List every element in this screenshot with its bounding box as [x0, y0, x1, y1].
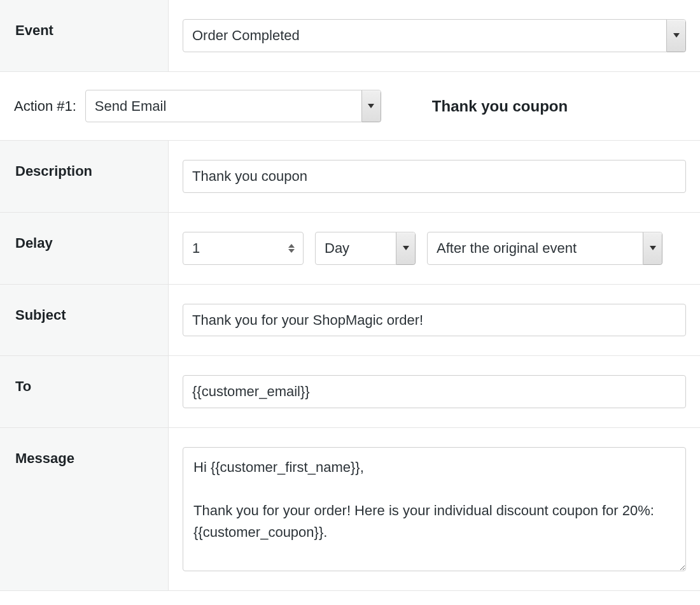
- message-row: Message: [0, 428, 700, 591]
- dropdown-caret-icon: [361, 90, 381, 122]
- description-row: Description: [0, 141, 700, 213]
- action-row: Action #1: Send Email Thank you coupon: [0, 72, 700, 141]
- automation-form: Event Order Completed Action #1: Send Em…: [0, 0, 700, 591]
- dropdown-caret-icon: [396, 232, 415, 264]
- to-row: To: [0, 356, 700, 428]
- message-control-cell: [169, 428, 700, 590]
- action-type-select[interactable]: Send Email: [85, 90, 381, 123]
- description-control-cell: [169, 141, 700, 212]
- delay-control-cell: 1 Day After the original event: [169, 213, 700, 284]
- description-input[interactable]: [183, 160, 686, 193]
- delay-row: Delay 1 Day After the original event: [0, 213, 700, 285]
- subject-control-cell: [169, 285, 700, 356]
- event-select-value: Order Completed: [183, 20, 666, 52]
- dropdown-caret-icon: [666, 20, 685, 52]
- delay-amount-input[interactable]: 1: [183, 232, 304, 265]
- to-label: To: [0, 356, 169, 427]
- event-control-cell: Order Completed: [169, 0, 700, 71]
- delay-relative-value: After the original event: [428, 232, 643, 264]
- number-stepper-icon[interactable]: [285, 232, 303, 264]
- event-label: Event: [0, 0, 169, 71]
- action-index-label: Action #1:: [14, 98, 76, 115]
- dropdown-caret-icon: [643, 232, 662, 264]
- event-row: Event Order Completed: [0, 0, 700, 72]
- subject-row: Subject: [0, 285, 700, 357]
- to-input[interactable]: [183, 375, 686, 408]
- message-textarea[interactable]: [183, 447, 686, 571]
- delay-label: Delay: [0, 213, 169, 284]
- subject-label: Subject: [0, 285, 169, 356]
- subject-input[interactable]: [183, 304, 686, 337]
- to-control-cell: [169, 356, 700, 427]
- delay-unit-select[interactable]: Day: [315, 232, 416, 265]
- message-label: Message: [0, 428, 169, 590]
- delay-amount-value: 1: [183, 232, 285, 264]
- action-type-value: Send Email: [86, 90, 361, 122]
- delay-unit-value: Day: [316, 232, 396, 264]
- action-title-text: Thank you coupon: [432, 97, 568, 115]
- delay-relative-select[interactable]: After the original event: [427, 232, 662, 265]
- event-select[interactable]: Order Completed: [183, 19, 686, 52]
- description-label: Description: [0, 141, 169, 212]
